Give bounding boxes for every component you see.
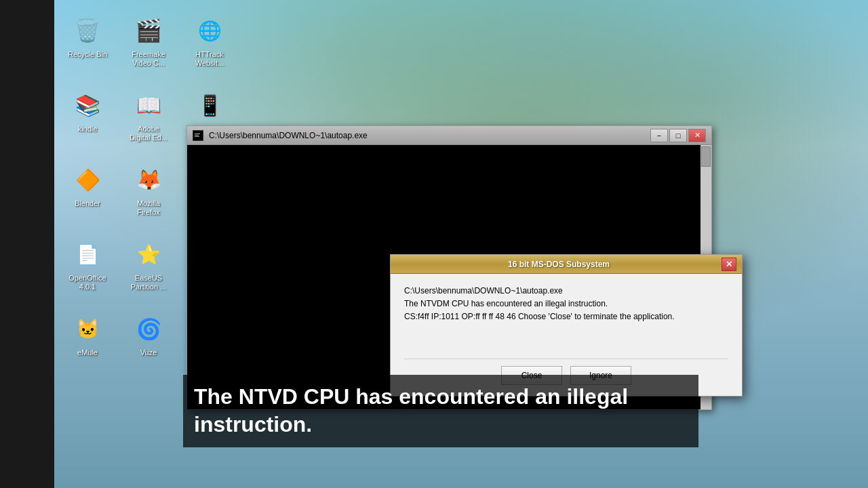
dialog-msg-line2: The NTVDM CPU has encountered an illegal…: [404, 299, 608, 308]
icon-vuze[interactable]: 🌀 Vuze: [119, 307, 178, 382]
icon-httrack[interactable]: 🌐 HTTrackWebsit...: [180, 9, 239, 83]
dialog-close-x-btn[interactable]: ✕: [722, 258, 736, 271]
dialog-message: C:\Users\bennuma\DOWNLO~1\autoap.exe The…: [404, 285, 728, 353]
openoffice-label: OpenOffice4.0.1: [67, 273, 107, 292]
easeus-icon: ⭐: [132, 238, 165, 270]
recycle-bin-icon: 🗑️: [71, 14, 104, 47]
icon-freemake[interactable]: 🎬 FreemakeVideo C...: [119, 9, 178, 83]
blender-icon: 🔶: [71, 163, 104, 196]
kindle-label: kindle: [77, 124, 99, 134]
icon-blender[interactable]: 🔶 Blender: [58, 158, 117, 232]
dialog-titlebar: 16 bit MS-DOS Subsystem ✕: [391, 255, 742, 274]
cmd-close-btn[interactable]: ✕: [688, 129, 706, 142]
cmd-maximize-btn[interactable]: □: [669, 129, 687, 142]
adobe-icon: 📖: [132, 89, 165, 121]
svg-rect-1: [195, 134, 200, 134]
cmd-window-controls: − □ ✕: [650, 129, 706, 142]
cmd-titlebar: C:\Users\bennuma\DOWNLO~1\autoap.exe − □…: [187, 126, 711, 145]
subtitle-line1: The NTVD CPU has encountered an illegal: [194, 384, 628, 409]
icon-easeus[interactable]: ⭐ EaseUSPartition ...: [119, 232, 178, 307]
icon-kindle[interactable]: 📚 kindle: [58, 83, 117, 158]
svg-rect-3: [195, 136, 199, 137]
subtitle-text: The NTVD CPU has encountered an illegal …: [183, 375, 698, 447]
icon-firefox[interactable]: 🦊 MozillaFirefox: [119, 158, 178, 232]
desktop: 🗑️ Recycle Bin 🎬 FreemakeVideo C... 🌐 HT…: [0, 0, 868, 488]
vuze-icon: 🌀: [132, 312, 165, 345]
freemake-icon: 🎬: [132, 14, 165, 47]
firefox-icon: 🦊: [132, 163, 165, 196]
emule-icon: 🐱: [71, 312, 104, 345]
firefox-label: MozillaFirefox: [136, 199, 161, 218]
adobe-label: AdobeDigital Ed...: [128, 124, 169, 143]
httrack-label: HTTrackWebsit...: [194, 49, 226, 68]
cmd-title: C:\Users\bennuma\DOWNLO~1\autoap.exe: [209, 131, 650, 140]
emule-label: eMule: [76, 348, 99, 358]
vuze-label: Vuze: [139, 348, 159, 358]
openoffice-icon: 📄: [71, 238, 104, 270]
recycle-bin-label: Recycle Bin: [66, 49, 108, 60]
cmd-icon: [193, 130, 203, 141]
easeus-label: EaseUSPartition ...: [130, 273, 168, 292]
moborobo-icon: 📱: [193, 89, 226, 121]
dialog-msg-line3: CS:f4ff IP:1011 OP:ff ff ff 48 46 Choose…: [404, 312, 675, 321]
scrollbar-thumb[interactable]: [701, 146, 711, 167]
dialog-msg-line1: C:\Users\bennuma\DOWNLO~1\autoap.exe: [404, 286, 563, 296]
svg-rect-2: [195, 135, 199, 136]
left-sidebar: [0, 0, 54, 488]
icon-recycle-bin[interactable]: 🗑️ Recycle Bin: [58, 9, 117, 83]
dialog-title: 16 bit MS-DOS Subsystem: [396, 260, 722, 269]
blender-label: Blender: [73, 199, 102, 209]
subtitle-line2: instruction.: [194, 412, 312, 436]
icon-openoffice[interactable]: 📄 OpenOffice4.0.1: [58, 232, 117, 307]
cmd-minimize-btn[interactable]: −: [650, 129, 668, 142]
freemake-label: FreemakeVideo C...: [130, 49, 167, 68]
icon-emule[interactable]: 🐱 eMule: [58, 307, 117, 382]
icon-adobe[interactable]: 📖 AdobeDigital Ed...: [119, 83, 178, 158]
httrack-icon: 🌐: [193, 14, 226, 47]
kindle-icon: 📚: [71, 89, 104, 121]
